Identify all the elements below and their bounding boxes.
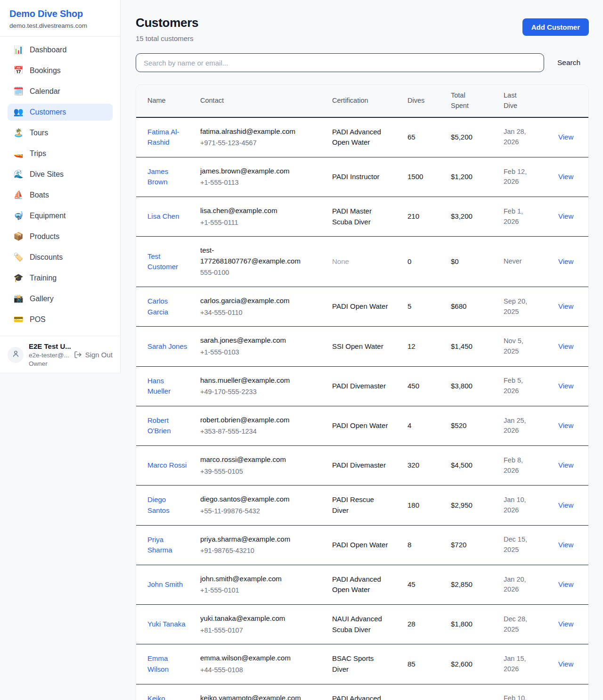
- view-customer-link[interactable]: View: [558, 302, 573, 310]
- view-customer-link[interactable]: View: [558, 257, 573, 265]
- app-domain: demo.test.divestreams.com: [9, 22, 111, 29]
- table-row: Priya Sharma priya.sharma@example.com +9…: [136, 525, 589, 565]
- sidebar-item-label: Calendar: [30, 87, 60, 96]
- sidebar-item-pos[interactable]: 💳POS: [8, 311, 113, 328]
- customer-total-spent: $1,800: [443, 605, 496, 644]
- customer-last-dive: Never: [496, 237, 551, 287]
- app-title[interactable]: Demo Dive Shop: [9, 8, 111, 19]
- customer-last-dive: Jan 10, 2026: [496, 486, 551, 525]
- customer-certification: PADI Divemaster: [325, 366, 400, 406]
- sidebar-item-training[interactable]: 🎓Training: [8, 270, 113, 287]
- customer-email: john.smith@example.com: [200, 574, 303, 585]
- view-customer-link[interactable]: View: [558, 342, 573, 350]
- customer-name-link[interactable]: Emma Wilson: [147, 654, 169, 673]
- sidebar-item-label: Trips: [30, 149, 46, 158]
- sidebar-item-tours[interactable]: 🏝️Tours: [8, 124, 113, 141]
- column-header-last-dive: Last Dive: [496, 85, 551, 117]
- view-customer-link[interactable]: View: [558, 461, 573, 469]
- sidebar-item-bookings[interactable]: 📅Bookings: [8, 62, 113, 79]
- customer-dives: 210: [400, 197, 443, 237]
- customer-phone: 555-0100: [200, 268, 317, 278]
- add-customer-button[interactable]: Add Customer: [522, 18, 589, 36]
- customer-dives: 4: [400, 406, 443, 445]
- customer-certification: PADI Advanced Open Water: [325, 117, 400, 157]
- customer-total-spent: $1,450: [443, 327, 496, 366]
- customer-total-spent: $720: [443, 525, 496, 565]
- sidebar-item-label: POS: [30, 315, 46, 324]
- view-customer-link[interactable]: View: [558, 541, 573, 549]
- sidebar-item-equipment[interactable]: 🤿Equipment: [8, 207, 113, 224]
- customer-email: emma.wilson@example.com: [200, 653, 303, 664]
- wave-icon: 🌊: [13, 170, 24, 179]
- search-button[interactable]: Search: [557, 58, 580, 67]
- customer-dives: 320: [400, 446, 443, 486]
- sidebar-item-discounts[interactable]: 🏷️Discounts: [8, 249, 113, 266]
- customer-certification: NAUI Advanced Scuba Diver: [325, 605, 400, 644]
- customer-count: 15 total customers: [136, 34, 198, 42]
- sidebar-nav: 📊Dashboard📅Bookings🗓️Calendar👥Customers🏝…: [0, 37, 120, 336]
- customer-name-link[interactable]: Marco Rossi: [147, 461, 187, 469]
- customer-last-dive: Jan 25, 2026: [496, 406, 551, 445]
- view-customer-link[interactable]: View: [558, 382, 573, 390]
- sidebar-item-dashboard[interactable]: 📊Dashboard: [8, 41, 113, 58]
- table-row: Diego Santos diego.santos@example.com +5…: [136, 486, 589, 525]
- customer-name-link[interactable]: Keiko Yamamoto: [147, 694, 181, 700]
- table-row: Yuki Tanaka yuki.tanaka@example.com +81-…: [136, 605, 589, 644]
- customer-name-link[interactable]: Hans Mueller: [147, 377, 171, 395]
- view-customer-link[interactable]: View: [558, 660, 573, 668]
- customer-phone: +91-98765-43210: [200, 546, 317, 556]
- customer-phone: +1-555-0101: [200, 585, 317, 596]
- view-customer-link[interactable]: View: [558, 173, 573, 181]
- customer-email: james.brown@example.com: [200, 166, 303, 177]
- customer-dives: 180: [400, 486, 443, 525]
- sidebar-item-gallery[interactable]: 📸Gallery: [8, 290, 113, 307]
- customer-total-spent: $3,800: [443, 366, 496, 406]
- customer-name-link[interactable]: James Brown: [147, 167, 168, 186]
- package-icon: 📦: [13, 232, 24, 241]
- customer-phone: +971-55-123-4567: [200, 138, 317, 148]
- customer-name-link[interactable]: Robert O'Brien: [147, 416, 171, 435]
- view-customer-link[interactable]: View: [558, 501, 573, 509]
- customer-name-link[interactable]: Priya Sharma: [147, 535, 172, 554]
- person-icon: [11, 349, 20, 360]
- customer-certification: None: [325, 237, 400, 287]
- customer-last-dive: Feb 5, 2026: [496, 366, 551, 406]
- sidebar-item-customers[interactable]: 👥Customers: [8, 104, 113, 121]
- customer-total-spent: $2,600: [443, 644, 496, 684]
- sidebar-item-dive-sites[interactable]: 🌊Dive Sites: [8, 166, 113, 183]
- sidebar-item-label: Dive Sites: [30, 170, 64, 179]
- sidebar-item-trips[interactable]: 🚤Trips: [8, 145, 113, 162]
- sidebar-item-boats[interactable]: ⛵Boats: [8, 187, 113, 204]
- sidebar-item-products[interactable]: 📦Products: [8, 228, 113, 245]
- customer-certification: PADI Divemaster: [325, 446, 400, 486]
- customer-dives: 5: [400, 287, 443, 327]
- view-customer-link[interactable]: View: [558, 620, 573, 628]
- customer-total-spent: $3,200: [443, 197, 496, 237]
- customer-name-link[interactable]: John Smith: [147, 580, 183, 588]
- view-customer-link[interactable]: View: [558, 212, 573, 220]
- sidebar-item-label: Equipment: [30, 211, 66, 221]
- sidebar-item-calendar[interactable]: 🗓️Calendar: [8, 83, 113, 100]
- user-role: Owner: [29, 360, 69, 367]
- customer-name-link[interactable]: Diego Santos: [147, 495, 170, 514]
- table-row: Emma Wilson emma.wilson@example.com +44-…: [136, 644, 589, 684]
- customer-name-link[interactable]: Fatima Al-Rashid: [147, 128, 179, 147]
- customers-table-card: NameContactCertificationDivesTotal Spent…: [136, 84, 589, 700]
- customer-last-dive: Dec 15, 2025: [496, 525, 551, 565]
- customer-total-spent: $5,200: [443, 117, 496, 157]
- view-customer-link[interactable]: View: [558, 421, 573, 429]
- view-customer-link[interactable]: View: [558, 133, 573, 141]
- customer-email: diego.santos@example.com: [200, 494, 303, 505]
- customer-name-link[interactable]: Lisa Chen: [147, 212, 179, 220]
- sign-out-button[interactable]: Sign Out: [74, 351, 113, 359]
- avatar: [8, 347, 24, 363]
- customer-name-link[interactable]: Sarah Jones: [147, 342, 187, 350]
- search-input[interactable]: [136, 53, 544, 72]
- sidebar-header: Demo Dive Shop demo.test.divestreams.com: [0, 0, 120, 37]
- customer-name-link[interactable]: Carlos Garcia: [147, 297, 168, 316]
- customer-name-link[interactable]: Yuki Tanaka: [147, 620, 186, 628]
- view-customer-link[interactable]: View: [558, 580, 573, 588]
- customer-name-link[interactable]: Test Customer: [147, 252, 178, 271]
- table-row: Lisa Chen lisa.chen@example.com +1-555-0…: [136, 197, 589, 237]
- customer-dives: 28: [400, 605, 443, 644]
